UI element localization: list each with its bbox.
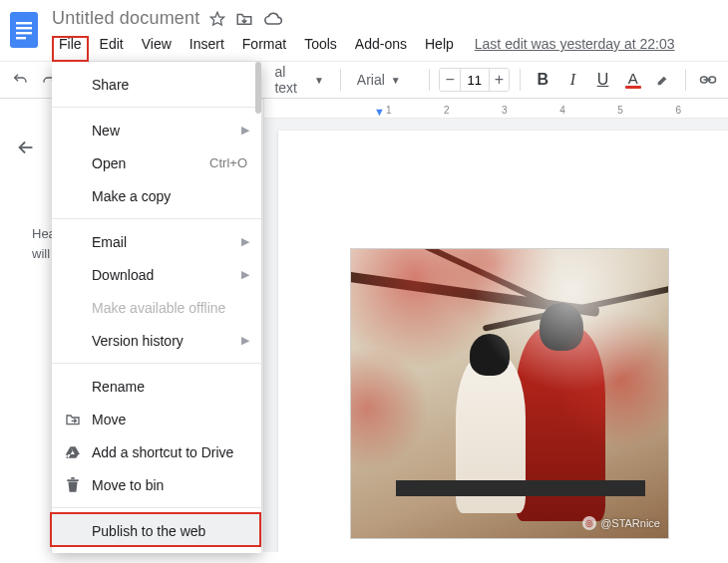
folder-move-icon xyxy=(64,411,82,428)
back-icon[interactable] xyxy=(15,137,37,158)
menu-rename[interactable]: Rename xyxy=(52,370,261,403)
menu-addons[interactable]: Add-ons xyxy=(346,31,416,57)
menu-tools[interactable]: Tools xyxy=(295,31,346,57)
file-menu-dropdown: Share New▶ OpenCtrl+O Make a copy Email▶… xyxy=(52,62,261,553)
chevron-right-icon: ▶ xyxy=(241,124,249,137)
docs-app-icon[interactable] xyxy=(6,8,42,52)
star-icon[interactable] xyxy=(209,11,225,27)
ruler-tick: 3 xyxy=(502,105,508,116)
font-family-label: Arial xyxy=(357,72,385,88)
shortcut-label: Ctrl+O xyxy=(209,155,247,170)
trash-icon xyxy=(64,476,82,494)
insert-link-button[interactable] xyxy=(696,67,720,93)
menu-help[interactable]: Help xyxy=(416,31,463,57)
font-size-decrease[interactable]: − xyxy=(440,69,459,91)
svg-rect-3 xyxy=(16,32,32,34)
paragraph-style-label: al text xyxy=(274,64,308,96)
ruler-tick: 5 xyxy=(617,105,623,116)
inserted-image[interactable]: ◎ @STARnice xyxy=(350,248,669,539)
document-title[interactable]: Untitled document xyxy=(52,8,199,29)
chevron-right-icon: ▶ xyxy=(241,235,249,248)
toolbar-separator xyxy=(520,69,521,91)
menu-version-history[interactable]: Version history▶ xyxy=(52,324,261,357)
menu-open[interactable]: OpenCtrl+O xyxy=(52,146,261,179)
menu-move-to-bin[interactable]: Move to bin xyxy=(52,468,261,501)
menu-insert[interactable]: Insert xyxy=(181,31,233,57)
svg-rect-1 xyxy=(16,22,32,24)
menu-file[interactable]: File xyxy=(50,31,91,57)
ruler-tick: 4 xyxy=(559,105,565,116)
text-color-button[interactable]: A xyxy=(621,67,645,93)
caret-down-icon: ▼ xyxy=(314,75,324,86)
underline-button[interactable]: U xyxy=(590,67,614,93)
ruler-tick: 1 xyxy=(386,105,392,116)
highlight-color-button[interactable] xyxy=(651,67,675,93)
image-watermark: ◎ @STARnice xyxy=(582,516,660,530)
menu-make-available-offline: Make available offline xyxy=(52,291,261,324)
chevron-right-icon: ▶ xyxy=(241,268,249,281)
text-color-bar xyxy=(625,86,641,89)
italic-button[interactable]: I xyxy=(560,67,584,93)
svg-rect-4 xyxy=(16,37,26,39)
caret-down-icon: ▼ xyxy=(391,75,401,86)
toolbar-separator xyxy=(429,69,430,91)
cloud-status-icon[interactable] xyxy=(263,12,283,26)
menu-view[interactable]: View xyxy=(133,31,181,57)
drive-icon xyxy=(64,443,82,461)
menu-publish-to-web[interactable]: Publish to the web xyxy=(52,514,261,547)
menu-make-copy[interactable]: Make a copy xyxy=(52,179,261,212)
bold-button[interactable]: B xyxy=(531,67,554,93)
menu-download[interactable]: Download▶ xyxy=(52,258,261,291)
toolbar-separator xyxy=(685,69,686,91)
paragraph-style-select[interactable]: al text ▼ xyxy=(268,64,329,96)
horizontal-ruler[interactable]: ▼ 1 2 3 4 5 6 xyxy=(264,99,728,119)
font-size-stepper: − + xyxy=(439,68,510,92)
svg-marker-5 xyxy=(211,12,224,25)
svg-rect-0 xyxy=(10,12,38,48)
svg-rect-2 xyxy=(16,27,32,29)
menu-move[interactable]: Move xyxy=(52,403,261,435)
menu-add-shortcut-to-drive[interactable]: Add a shortcut to Drive xyxy=(52,435,261,468)
font-size-input[interactable] xyxy=(460,69,490,91)
menu-email[interactable]: Email▶ xyxy=(52,225,261,258)
undo-button[interactable] xyxy=(8,67,32,93)
menu-edit[interactable]: Edit xyxy=(91,31,133,57)
indent-marker-icon[interactable]: ▼ xyxy=(374,106,385,118)
document-area: ▼ 1 2 3 4 5 6 ◎ @STARnice xyxy=(263,99,728,552)
document-page[interactable]: ◎ @STARnice xyxy=(278,131,728,552)
ruler-tick: 6 xyxy=(675,105,681,116)
weibo-icon: ◎ xyxy=(582,516,596,530)
watermark-text: @STARnice xyxy=(600,517,660,529)
menubar: File Edit View Insert Format Tools Add-o… xyxy=(46,29,722,57)
font-size-increase[interactable]: + xyxy=(490,69,509,91)
ruler-tick: 2 xyxy=(444,105,450,116)
menu-share[interactable]: Share xyxy=(52,68,261,101)
move-folder-icon[interactable] xyxy=(235,11,253,27)
chevron-right-icon: ▶ xyxy=(241,334,249,347)
last-edit-link[interactable]: Last edit was yesterday at 22:03 xyxy=(475,36,675,52)
menu-new[interactable]: New▶ xyxy=(52,114,261,146)
menu-format[interactable]: Format xyxy=(233,31,295,57)
toolbar-separator xyxy=(340,69,341,91)
font-family-select[interactable]: Arial ▼ xyxy=(351,72,419,88)
